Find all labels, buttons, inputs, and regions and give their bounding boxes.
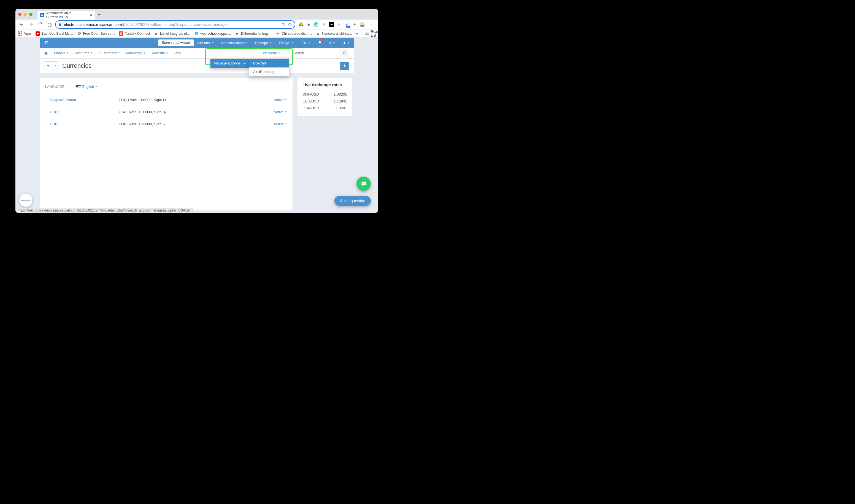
caret-down-icon: ▼	[269, 41, 272, 44]
nav-home[interactable]	[44, 51, 48, 55]
nav-orders[interactable]: Orders▼	[54, 51, 69, 55]
store-setup-wizard-button[interactable]: Store setup wizard	[158, 39, 194, 46]
nav-marketing[interactable]: Marketing▼	[126, 51, 146, 55]
currency-name-link[interactable]: EUR	[50, 122, 119, 126]
wikipedia-icon: W	[275, 31, 280, 36]
marketplace-badge[interactable]: Marketplace	[19, 194, 33, 207]
ext-shield-icon[interactable]: ⛨14	[344, 22, 349, 27]
apps-button[interactable]: Apps	[18, 31, 32, 36]
home-button[interactable]	[46, 21, 53, 29]
search-input[interactable]	[290, 51, 340, 55]
tab-list-button[interactable]: ⌄	[371, 12, 374, 16]
submenu-alexbranding[interactable]: AlexBranding	[249, 68, 289, 76]
submenu-cscart[interactable]: CS-Cart	[249, 59, 289, 68]
administration-menu[interactable]: Administration▼	[217, 38, 251, 48]
ext-gear-icon[interactable]: ✲	[321, 22, 326, 27]
currency-name-link[interactable]: USD	[50, 110, 119, 114]
admin-navbar: Orders▼ Products▼ Customers▼ Marketing▼ …	[40, 48, 354, 59]
profile-avatar[interactable]	[360, 22, 365, 27]
notifications-button[interactable]: 1	[314, 38, 325, 48]
manage-addons-item[interactable]: Manage add-ons▸	[211, 59, 249, 68]
close-window-button[interactable]	[18, 13, 21, 16]
url-input[interactable]: electronics.demos.mv.cs-cart.com/b1df3c0…	[55, 20, 295, 29]
currency-status-dropdown[interactable]: Active▼	[273, 110, 287, 114]
bookmark-item[interactable]: 🌐web.schoolxapp.c…	[194, 31, 231, 36]
bookmark-item[interactable]: WDifferential entrop…	[235, 31, 272, 36]
bookmark-item[interactable]: WNoncentral chi-sq…	[316, 31, 352, 36]
search-button[interactable]	[340, 49, 349, 57]
maximize-window-button[interactable]	[29, 13, 33, 16]
caret-down-icon: ▼	[333, 41, 335, 44]
svg-point-0	[344, 41, 345, 43]
ext-grammarly-icon[interactable]: G	[314, 22, 318, 27]
minimize-window-button[interactable]	[24, 13, 27, 16]
page-title: Currencies	[62, 62, 91, 69]
ext-diamond-icon[interactable]: ◆	[306, 22, 311, 27]
drag-handle-icon[interactable]: ⠿	[45, 110, 47, 114]
nav-vendors-partial[interactable]: Ven	[174, 51, 181, 55]
nav-quickmenu-partial[interactable]: ck menu▼	[263, 51, 280, 55]
language-selector[interactable]: English ▼	[76, 85, 98, 89]
bookmark-item[interactable]: ЯYandex.Connect	[119, 31, 150, 36]
bookmarks-overflow[interactable]: »	[356, 32, 358, 36]
page-back-dropdown[interactable]: ▼	[53, 62, 57, 70]
browser-menu-button[interactable]: ⋮	[368, 22, 376, 27]
user-icon	[343, 41, 346, 44]
currency-menu[interactable]: $▼	[325, 38, 339, 48]
cart-icon[interactable]	[44, 41, 48, 44]
page-back-button[interactable]	[44, 62, 53, 70]
account-menu[interactable]: ▼	[339, 38, 354, 48]
currencies-panel: LANGUAGE: English ▼ ⠿ Egyptian Pound EGP…	[40, 78, 292, 210]
browser-window: ✻ Administration :: Currencies - A ✕ + ⌄…	[15, 9, 378, 213]
extension-icons: ◆ G ✲ JB V ⛨14 ✦	[297, 22, 366, 27]
currency-row: ⠿ EUR EUR, Rate: 1.28000, Sign: € Active…	[40, 118, 292, 130]
tab-strip: ✻ Administration :: Currencies - A ✕ + ⌄	[15, 9, 378, 20]
caret-down-icon: ▼	[285, 123, 287, 125]
caret-down-icon: ▼	[54, 65, 56, 67]
ext-puzzle-icon[interactable]: ✦	[352, 22, 357, 27]
currency-row: ⠿ USD USD, Rate: 1.00000, Sign: $ Active…	[40, 106, 292, 118]
back-button[interactable]	[18, 21, 25, 29]
bookmark-item[interactable]: WList of integrals of…	[154, 31, 190, 36]
browser-tab[interactable]: ✻ Administration :: Currencies - A ✕	[37, 11, 95, 20]
caret-down-icon: ▼	[66, 52, 69, 54]
bookmark-item[interactable]: WChi-squared distri…	[275, 31, 312, 36]
settings-menu[interactable]: Settings▼	[251, 38, 275, 48]
caret-down-icon: ▼	[118, 52, 120, 54]
bookmark-item[interactable]: ▶Bad Kids Steal Mc…	[36, 31, 73, 36]
addons-menu[interactable]: Add-ons▼	[193, 38, 217, 48]
close-tab-button[interactable]: ✕	[89, 13, 92, 17]
currency-status-dropdown[interactable]: Active▼	[273, 98, 287, 102]
ask-question-button[interactable]: Ask a question	[334, 196, 371, 206]
apps-icon	[18, 31, 22, 36]
add-currency-button[interactable]: +	[340, 62, 349, 70]
design-menu[interactable]: Design▼	[275, 38, 298, 48]
new-tab-button[interactable]: +	[95, 12, 103, 18]
chevron-right-icon: ▸	[244, 61, 246, 65]
language-menu[interactable]: EN▼	[298, 38, 314, 48]
rate-row: EUR/USD1.12841	[302, 98, 347, 105]
caret-down-icon: ▼	[95, 85, 98, 88]
ext-jb-icon[interactable]: JB	[329, 22, 334, 27]
star-icon[interactable]	[288, 22, 292, 26]
nav-products[interactable]: Products▼	[75, 51, 92, 55]
share-icon[interactable]	[281, 22, 285, 26]
reading-list-button[interactable]: 📖Reading List	[362, 30, 378, 37]
globe-icon: 🌐	[194, 31, 199, 36]
nav-customers[interactable]: Customers▼	[99, 51, 120, 55]
page-titlebar: ▼ Currencies +	[40, 59, 354, 73]
currency-name-link[interactable]: Egyptian Pound	[50, 98, 119, 102]
bookmark-item[interactable]: ⒸFree Open-Source…	[77, 31, 115, 36]
drag-handle-icon[interactable]: ⠿	[45, 122, 47, 126]
nav-website[interactable]: Website▼	[152, 51, 168, 55]
reload-button[interactable]	[36, 21, 44, 29]
currency-description: EUR, Rate: 1.28000, Sign: €	[119, 122, 165, 126]
svg-point-1	[343, 52, 345, 54]
chat-widget-button[interactable]	[356, 177, 371, 191]
caret-down-icon: ▼	[278, 52, 280, 54]
currency-status-dropdown[interactable]: Active▼	[273, 122, 287, 126]
ext-drive-icon[interactable]	[299, 22, 304, 27]
ext-v-icon[interactable]: V	[337, 22, 342, 27]
drag-handle-icon[interactable]: ⠿	[45, 98, 47, 102]
bell-icon: 1	[318, 41, 322, 44]
